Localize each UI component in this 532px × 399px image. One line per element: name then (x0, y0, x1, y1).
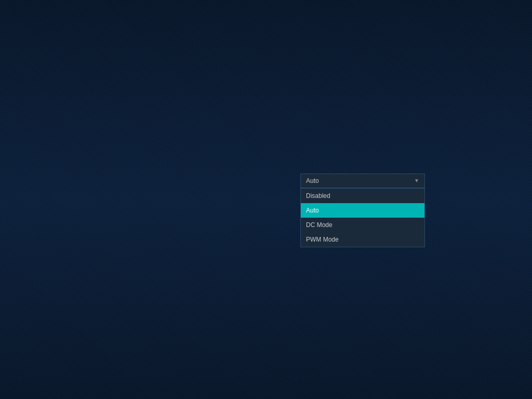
option-pwm-mode[interactable]: PWM Mode (301, 232, 424, 247)
dropdown-menu-chassis-fan2-control: Disabled Auto DC Mode PWM Mode (300, 188, 425, 247)
option-auto[interactable]: Auto (301, 203, 424, 218)
option-dc-mode[interactable]: DC Mode (301, 218, 424, 232)
dropdown-chassis-fan2-control[interactable]: Auto ▼ (300, 174, 425, 188)
option-disabled[interactable]: Disabled (301, 189, 424, 203)
control-chassis-fan2-control: Auto ▼ Disabled Auto DC Mode PWM Mode (300, 174, 425, 188)
dropdown-value-chassis-fan2-control: Auto (306, 177, 319, 184)
dropdown-arrow-6: ▼ (414, 178, 419, 183)
